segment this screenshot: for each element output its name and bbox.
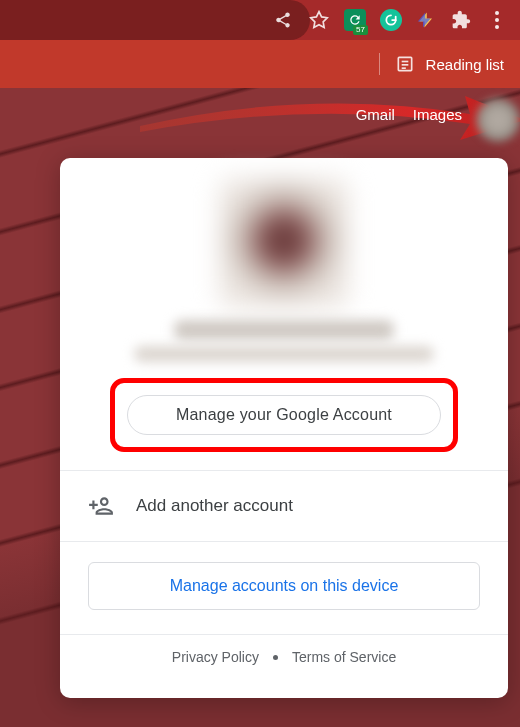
terms-of-service-link[interactable]: Terms of Service — [292, 649, 396, 665]
bookmark-star-icon[interactable] — [308, 9, 330, 31]
separator — [379, 53, 380, 75]
extension-badge[interactable]: 57 — [344, 9, 366, 31]
extension-count: 57 — [353, 25, 368, 35]
reading-list-icon[interactable] — [394, 53, 416, 75]
add-another-account-button[interactable]: Add another account — [60, 471, 508, 541]
annotation-highlight-box: Manage your Google Account — [110, 378, 458, 452]
footer-links: Privacy Policy Terms of Service — [60, 635, 508, 689]
profile-name-redacted — [174, 320, 394, 340]
manage-accounts-device-button[interactable]: Manage accounts on this device — [88, 562, 480, 610]
browser-toolbar: 57 — [0, 0, 520, 40]
bolt-extension-icon[interactable] — [416, 10, 436, 30]
bookmarks-bar: Reading list — [0, 40, 520, 88]
privacy-policy-link[interactable]: Privacy Policy — [172, 649, 259, 665]
dot-separator — [273, 655, 278, 660]
browser-menu-button[interactable] — [486, 9, 508, 31]
manage-google-account-button[interactable]: Manage your Google Account — [127, 395, 441, 435]
profile-section — [60, 158, 508, 362]
grammarly-icon[interactable] — [380, 9, 402, 31]
images-link[interactable]: Images — [413, 106, 462, 123]
extensions-puzzle-icon[interactable] — [450, 9, 472, 31]
add-another-account-label: Add another account — [136, 496, 293, 516]
reading-list-label[interactable]: Reading list — [426, 56, 504, 73]
gmail-link[interactable]: Gmail — [356, 106, 395, 123]
person-add-icon — [88, 493, 114, 519]
google-header-links: Gmail Images — [356, 106, 462, 123]
share-icon[interactable] — [272, 9, 294, 31]
account-menu-popover: Manage your Google Account Add another a… — [60, 158, 508, 698]
profile-email-redacted — [134, 346, 434, 362]
profile-avatar — [219, 178, 349, 308]
account-avatar-button[interactable] — [476, 98, 520, 142]
address-bubble — [0, 0, 310, 40]
